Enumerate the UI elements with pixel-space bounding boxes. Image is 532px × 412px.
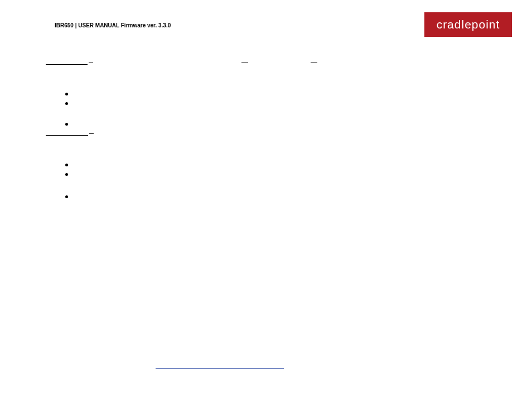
section-underline xyxy=(46,64,88,65)
bullet-point xyxy=(65,102,68,105)
bullet-point xyxy=(65,195,68,198)
dash-mark xyxy=(311,63,317,63)
bullet-point xyxy=(65,164,68,166)
dash-mark xyxy=(89,63,93,63)
bullet-point xyxy=(65,93,68,95)
section-underline xyxy=(46,135,88,136)
bullet-point xyxy=(65,123,68,126)
cradlepoint-logo: cradlepoint xyxy=(424,12,512,37)
hyperlink-underline[interactable] xyxy=(156,368,284,369)
dash-mark xyxy=(241,63,248,63)
dash-mark xyxy=(89,133,94,134)
document-page: IBR650 | USER MANUAL Firmware ver. 3.3.0… xyxy=(0,0,532,412)
bullet-point xyxy=(65,173,68,176)
logo-text: cradlepoint xyxy=(437,18,500,31)
header-title: IBR650 | USER MANUAL Firmware ver. 3.3.0 xyxy=(55,22,171,28)
